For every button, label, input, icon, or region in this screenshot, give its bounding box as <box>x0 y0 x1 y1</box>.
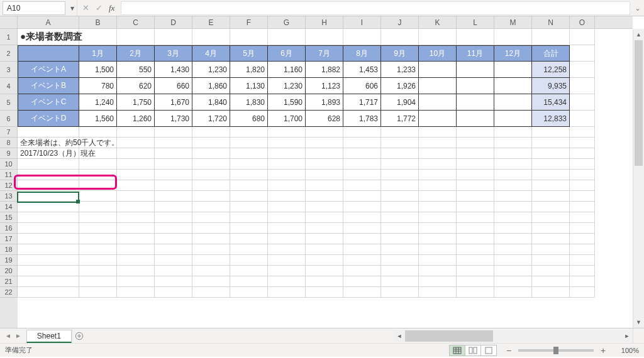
cell[interactable] <box>343 266 381 276</box>
cell[interactable] <box>532 266 570 276</box>
cell[interactable] <box>18 180 79 191</box>
cell[interactable] <box>419 138 457 148</box>
cell[interactable] <box>570 202 595 212</box>
month-header[interactable]: 8月 <box>343 45 381 62</box>
cell[interactable] <box>117 202 155 212</box>
cell[interactable] <box>494 138 532 148</box>
cell[interactable] <box>419 202 457 212</box>
row-header-19[interactable]: 19 <box>0 255 18 266</box>
cell[interactable] <box>268 159 306 170</box>
data-cell[interactable]: 1,926 <box>381 78 419 94</box>
cell[interactable] <box>192 29 230 45</box>
event-label[interactable]: イベントD <box>18 111 79 127</box>
cell[interactable] <box>230 255 268 266</box>
cell[interactable] <box>117 170 155 180</box>
row-header-14[interactable]: 14 <box>0 202 18 212</box>
cell[interactable] <box>381 170 419 180</box>
cell[interactable] <box>419 287 457 298</box>
cell[interactable] <box>155 266 192 276</box>
col-header-F[interactable]: F <box>230 16 268 28</box>
vertical-scrollbar[interactable]: ▲ ▼ <box>633 29 644 328</box>
cell[interactable] <box>268 212 306 223</box>
tab-next-icon[interactable]: ► <box>15 332 21 339</box>
cell[interactable] <box>381 244 419 255</box>
col-header-D[interactable]: D <box>155 16 192 28</box>
row-header-4[interactable]: 4 <box>0 78 18 94</box>
row-header-18[interactable]: 18 <box>0 244 18 255</box>
cell[interactable] <box>117 180 155 191</box>
col-header-I[interactable]: I <box>343 16 381 28</box>
cell[interactable] <box>381 180 419 191</box>
horizontal-scrollbar[interactable]: ◄ ► <box>394 330 633 342</box>
event-label[interactable]: イベントC <box>18 94 79 111</box>
row-header-6[interactable]: 6 <box>0 111 18 127</box>
view-normal-button[interactable] <box>449 345 465 356</box>
cell[interactable] <box>18 276 79 287</box>
cell[interactable] <box>18 202 79 212</box>
formula-input[interactable] <box>121 1 630 15</box>
data-cell[interactable]: 1,783 <box>343 111 381 127</box>
data-cell[interactable]: 1,453 <box>343 62 381 78</box>
sheet-tab-1[interactable]: Sheet1 <box>26 330 72 343</box>
name-box[interactable]: A10 <box>3 1 65 15</box>
cell[interactable] <box>381 202 419 212</box>
cell[interactable] <box>306 244 343 255</box>
data-cell[interactable]: 1,700 <box>268 111 306 127</box>
row-header-3[interactable]: 3 <box>0 62 18 78</box>
row-header-10[interactable]: 10 <box>0 159 18 170</box>
cell[interactable] <box>343 138 381 148</box>
cell[interactable] <box>117 223 155 234</box>
cell[interactable] <box>306 276 343 287</box>
cell[interactable] <box>117 138 155 148</box>
data-cell[interactable] <box>457 111 494 127</box>
note-total[interactable]: 全来場者は、約50千人です。 <box>18 138 79 148</box>
month-header[interactable]: 合計 <box>532 45 570 62</box>
row-header-1[interactable]: 1 <box>0 29 18 45</box>
cell[interactable] <box>457 212 494 223</box>
cell[interactable] <box>230 266 268 276</box>
cell[interactable] <box>494 170 532 180</box>
cell[interactable] <box>381 276 419 287</box>
cell[interactable] <box>117 159 155 170</box>
data-cell[interactable]: 1,717 <box>343 94 381 111</box>
month-header[interactable]: 3月 <box>155 45 192 62</box>
cell[interactable] <box>343 191 381 202</box>
cell[interactable] <box>532 255 570 266</box>
scroll-down-icon[interactable]: ▼ <box>633 317 644 328</box>
cell[interactable] <box>155 180 192 191</box>
cell[interactable] <box>532 127 570 138</box>
cell[interactable] <box>343 29 381 45</box>
cell[interactable] <box>18 212 79 223</box>
cell[interactable] <box>117 212 155 223</box>
cell[interactable] <box>532 212 570 223</box>
row-header-20[interactable]: 20 <box>0 266 18 276</box>
cell[interactable] <box>457 127 494 138</box>
cell[interactable] <box>570 127 595 138</box>
data-cell[interactable]: 1,500 <box>79 62 117 78</box>
col-header-K[interactable]: K <box>419 16 457 28</box>
cell[interactable] <box>419 159 457 170</box>
cell[interactable] <box>570 138 595 148</box>
cell[interactable] <box>18 170 79 180</box>
cell[interactable] <box>419 244 457 255</box>
cell[interactable] <box>79 191 117 202</box>
cell[interactable] <box>570 244 595 255</box>
cell[interactable] <box>117 287 155 298</box>
cell[interactable] <box>570 255 595 266</box>
title-cell[interactable]: ●来場者数調査 <box>18 29 79 45</box>
cell[interactable] <box>192 159 230 170</box>
cell[interactable] <box>343 148 381 159</box>
cell[interactable] <box>457 180 494 191</box>
cell[interactable] <box>268 148 306 159</box>
cell[interactable] <box>192 138 230 148</box>
cell[interactable] <box>117 276 155 287</box>
cell[interactable] <box>343 170 381 180</box>
data-cell[interactable]: 606 <box>343 78 381 94</box>
zoom-slider[interactable] <box>518 349 594 352</box>
cell[interactable] <box>419 170 457 180</box>
cell[interactable] <box>230 276 268 287</box>
col-header-C[interactable]: C <box>117 16 155 28</box>
cell[interactable] <box>532 191 570 202</box>
cell[interactable] <box>381 255 419 266</box>
col-header-N[interactable]: N <box>532 16 570 28</box>
